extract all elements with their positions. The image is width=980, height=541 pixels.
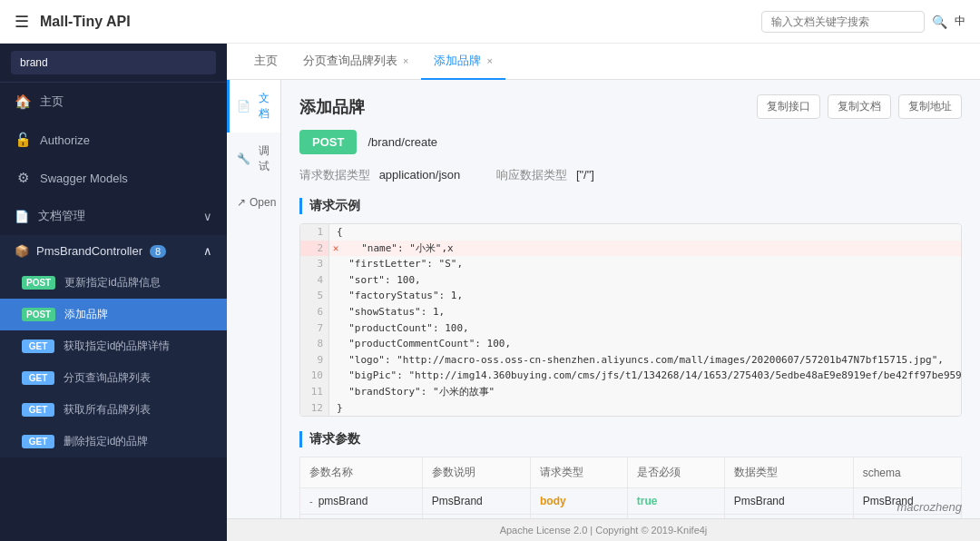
controller-header[interactable]: 📦 PmsBrandController 8 ∧ [0, 235, 227, 267]
code-line: 12} [300, 400, 961, 417]
controller-name: PmsBrandController [36, 244, 142, 258]
layout: 🏠 主页 🔓 Authorize ⚙ Swagger Models 📄 文档管理… [0, 44, 980, 541]
copy-doc-button[interactable]: 复制文档 [828, 94, 891, 119]
code-block: 1{2✕ "name": "小米",x3 "firstLetter": "S",… [299, 223, 962, 417]
param-desc: PmsBrand [422, 488, 530, 515]
body-tag: body [540, 495, 566, 507]
line-number: 9 [300, 352, 329, 369]
column-header: 参数说明 [422, 457, 530, 488]
sidebar-search-input[interactable] [11, 51, 216, 74]
tab-page-query-close[interactable]: × [403, 55, 408, 66]
method-get-badge-2: GET [22, 371, 54, 385]
line-number: 1 [300, 224, 329, 241]
line-content: "logo": "http://macro-oss.oss-cn-shenzhe… [329, 352, 951, 369]
sub-tab-open-label: Open [250, 196, 276, 209]
line-content: "productCount": 100, [329, 320, 476, 337]
tab-page-query[interactable]: 分页查询品牌列表 × [290, 44, 421, 80]
doc-icon: 📄 [15, 210, 29, 223]
action-buttons: 复制接口 复制文档 复制地址 [757, 94, 962, 119]
request-type-label: 请求数据类型 [299, 168, 370, 182]
api-item-detail-label: 获取指定id的品牌详情 [64, 339, 170, 354]
method-post-badge-2: POST [22, 308, 55, 321]
content-wrapper: 📄 文档 🔧 调试 ↗ Open 添加品牌 复制接口 [227, 80, 980, 518]
api-item-create[interactable]: POST 添加品牌 [0, 299, 227, 330]
api-detail: 添加品牌 复制接口 复制文档 复制地址 POST /brand/create 请… [281, 80, 980, 518]
request-type-value: application/json [379, 168, 461, 182]
response-type-row: 响应数据类型 ["/"] [496, 167, 594, 183]
sidebar-item-home[interactable]: 🏠 主页 [0, 83, 227, 121]
doc-manage-left: 📄 文档管理 [15, 208, 85, 224]
tab-create[interactable]: 添加品牌 × [421, 44, 505, 80]
sub-tab-debug[interactable]: 🔧 调试 [227, 133, 280, 185]
endpoint-row: POST /brand/create [299, 130, 962, 154]
line-content: "productCommentCount": 100, [329, 336, 518, 352]
method-get-badge-3: GET [22, 403, 54, 417]
doc-icon: 📄 [237, 100, 250, 113]
footer-text: Apache License 2.0 | Copyright © 2019-Kn… [500, 525, 708, 536]
code-line: 11 "brandStory": "小米的故事" [300, 384, 961, 400]
line-number: 11 [300, 384, 329, 400]
copy-interface-button[interactable]: 复制接口 [757, 94, 820, 119]
line-number: 4 [300, 272, 329, 289]
column-header: schema [853, 457, 961, 488]
line-number: 8 [300, 336, 329, 352]
table-row: -pmsBrandPmsBrandbodytruePmsBrandPmsBran… [300, 488, 962, 515]
expand-toggle[interactable]: - [309, 496, 313, 507]
param-required: true [627, 488, 724, 515]
sidebar-item-doc-manage-label: 文档管理 [38, 208, 85, 224]
sidebar-item-swagger-models-label: Swagger Models [40, 172, 128, 185]
code-line: 8 "productCommentCount": 100, [300, 336, 961, 352]
code-line: 6 "showStatus": 1, [300, 304, 961, 320]
required-value: true [637, 495, 658, 507]
sidebar-item-doc-manage[interactable]: 📄 文档管理 ∨ [0, 197, 227, 235]
sidebar-item-swagger-models[interactable]: ⚙ Swagger Models [0, 159, 227, 197]
gear-icon: ⚙ [15, 170, 31, 186]
sub-tab-doc[interactable]: 📄 文档 [227, 80, 280, 133]
method-post-badge: POST [22, 276, 55, 290]
sidebar-item-authorize[interactable]: 🔓 Authorize [0, 121, 227, 159]
api-item-list-all-label: 获取所有品牌列表 [64, 402, 151, 418]
open-icon: ↗ [237, 196, 246, 209]
api-item-list-all[interactable]: GET 获取所有品牌列表 [0, 394, 227, 426]
api-item-update-label: 更新指定id品牌信息 [64, 275, 160, 290]
code-line: 4 "sort": 100, [300, 272, 961, 289]
api-item-update[interactable]: POST 更新指定id品牌信息 [0, 267, 227, 299]
method-get-badge-4: GET [22, 435, 54, 448]
api-title: 添加品牌 [299, 96, 365, 118]
header-left: ☰ Mall-Tiny API [15, 12, 131, 32]
chevron-up-icon: ∧ [203, 244, 212, 258]
sidebar: 🏠 主页 🔓 Authorize ⚙ Swagger Models 📄 文档管理… [0, 44, 227, 541]
api-item-delete[interactable]: GET 删除指定id的品牌 [0, 426, 227, 457]
method-button[interactable]: POST [299, 130, 357, 154]
endpoint-path: /brand/create [368, 135, 437, 149]
search-input[interactable] [761, 11, 925, 33]
code-line: 5 "factoryStatus": 1, [300, 288, 961, 304]
debug-icon: 🔧 [237, 152, 250, 165]
chevron-down-icon: ∨ [203, 210, 212, 223]
api-item-delete-label: 删除指定id的品牌 [64, 434, 148, 449]
lang-button[interactable]: 中 [955, 14, 965, 29]
api-item-page-query[interactable]: GET 分页查询品牌列表 [0, 362, 227, 394]
line-number: 6 [300, 304, 329, 320]
menu-icon[interactable]: ☰ [15, 12, 29, 32]
tab-create-label: 添加品牌 [434, 53, 481, 69]
line-number: 2 [300, 241, 329, 257]
sub-tab-bar: 📄 文档 🔧 调试 ↗ Open [227, 80, 281, 518]
column-header: 是否必须 [627, 457, 724, 488]
column-header: 数据类型 [724, 457, 853, 488]
search-icon[interactable]: 🔍 [932, 15, 947, 29]
code-line: 10 "bigPic": "http://img14.360buying.com… [300, 368, 961, 384]
copy-url-button[interactable]: 复制地址 [898, 94, 962, 119]
line-content: { [329, 224, 350, 241]
line-content: "name": "小米",x [342, 241, 461, 257]
sub-tab-open[interactable]: ↗ Open [227, 185, 280, 220]
tab-home[interactable]: 主页 [241, 44, 290, 80]
code-line: 2✕ "name": "小米",x [300, 241, 961, 257]
params-section: 请求参数 参数名称参数说明请求类型是否必须数据类型schema-pmsBrand… [299, 431, 962, 518]
tab-create-close[interactable]: × [486, 55, 492, 66]
line-number: 3 [300, 256, 329, 272]
api-item-detail[interactable]: GET 获取指定id的品牌详情 [0, 330, 227, 362]
code-line: 9 "logo": "http://macro-oss.oss-cn-shenz… [300, 352, 961, 369]
line-number: 12 [300, 400, 329, 417]
code-line: 1{ [300, 224, 961, 241]
